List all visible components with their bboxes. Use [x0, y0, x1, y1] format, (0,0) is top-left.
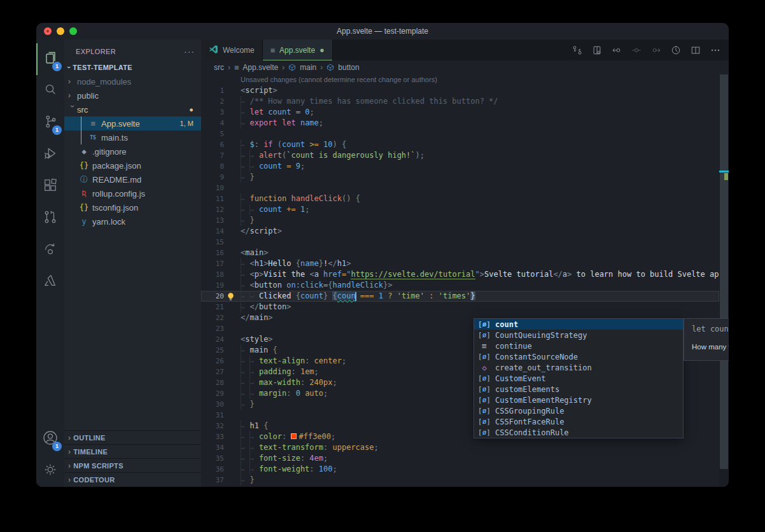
tree-item-main.ts[interactable]: TSmain.ts [64, 130, 201, 144]
tree-item-package.json[interactable]: {}package.json [64, 158, 201, 172]
next-change-icon[interactable] [649, 43, 663, 57]
code-line-13[interactable]: 13} [201, 215, 719, 226]
overview-modified-mark [724, 173, 728, 180]
suggestion-create_out_transition[interactable]: ◇create_out_transition [474, 362, 683, 373]
breadcrumb-item[interactable]: button [338, 63, 359, 72]
tree-item-node_modules[interactable]: ›node_modules [64, 74, 201, 88]
code-line-15[interactable]: 15 [201, 237, 719, 248]
suggestion-CustomEvent[interactable]: [ø]CustomEvent [474, 373, 683, 384]
breadcrumb-item[interactable]: src [214, 63, 224, 72]
gitlens-graph-icon[interactable] [570, 43, 584, 57]
tree-item-rollup.config.js[interactable]: Ʀrollup.config.js [64, 186, 201, 200]
current-change-icon[interactable] [629, 43, 643, 57]
code-line-18[interactable]: 18<p>Visit the <a href="https://svelte.d… [201, 269, 719, 280]
section-codetour[interactable]: ›CODETOUR [64, 472, 201, 486]
tree-item-yarn.lock[interactable]: yyarn.lock [64, 214, 201, 228]
line-number: 37 [201, 475, 224, 486]
activity-item-accounts[interactable]: 1 [36, 423, 64, 455]
code-line-37[interactable]: 37} [201, 475, 719, 486]
breadcrumb-item[interactable]: App.svelte [242, 63, 278, 72]
code-line-3[interactable]: 3let count = 0; [201, 107, 719, 118]
tab-label: Welcome [223, 46, 255, 55]
tree-item-README.md[interactable]: ⓘREADME.md [64, 172, 201, 186]
code-line-17[interactable]: 17<h1>Hello {name}!</h1> [201, 258, 719, 269]
split-editor-icon[interactable] [689, 43, 703, 57]
code-line-14[interactable]: 14</script> [201, 226, 719, 237]
tree-root-folder[interactable]: › TEST-TEMPLATE [64, 60, 201, 74]
tree-item-tsconfig.json[interactable]: {}tsconfig.json [64, 200, 201, 214]
line-number: 21 [201, 302, 224, 312]
json-icon: {} [78, 203, 90, 212]
code-line-7[interactable]: 7alert(`count is dangerously high!`); [201, 150, 719, 161]
code-line-2[interactable]: 2/** How many times has someone clicked … [201, 96, 719, 107]
more-actions-icon[interactable]: ··· [184, 46, 195, 57]
suggestion-ConstantSourceNode[interactable]: [ø]ConstantSourceNode [474, 351, 683, 362]
code-line-9[interactable]: 9} [201, 172, 719, 183]
code-line-10[interactable]: 10 [201, 183, 719, 193]
section-npm-scripts[interactable]: ›NPM SCRIPTS [64, 458, 201, 472]
suggestion-customElements[interactable]: [ø]customElements [474, 384, 683, 395]
activity-item-github-pull-requests[interactable] [36, 202, 64, 234]
more-actions-icon[interactable] [708, 43, 722, 57]
tree-item-.gitignore[interactable]: ◆.gitignore [64, 144, 201, 158]
suggestion-count[interactable]: [ø]count [474, 319, 683, 330]
code-line-36[interactable]: 36font-weight: 100; [201, 464, 719, 475]
code-line-21[interactable]: 21</button> [201, 302, 719, 312]
tab-welcome[interactable]: Welcome [201, 39, 263, 60]
line-number: 15 [201, 237, 224, 248]
git-icon: ◆ [78, 147, 90, 156]
section-label: TIMELINE [73, 448, 108, 456]
suggestion-label: CSSFontFaceRule [495, 417, 564, 426]
breadcrumb-item[interactable]: main [300, 63, 316, 72]
code-line-16[interactable]: 16<main> [201, 248, 719, 258]
open-changes-icon[interactable] [590, 43, 604, 57]
suggestion-continue[interactable]: ≡continue [474, 340, 683, 351]
line-content: <p>Visit the <a href="https://svelte.dev… [241, 269, 719, 280]
code-line-5[interactable]: 5 [201, 129, 719, 139]
section-label: OUTLINE [73, 434, 105, 442]
section-outline[interactable]: ›OUTLINE [64, 430, 201, 444]
suggestion-CSSConditionRule[interactable]: [ø]CSSConditionRule [474, 427, 683, 438]
activity-item-search[interactable] [36, 75, 64, 107]
suggestion-CustomElementRegistry[interactable]: [ø]CustomElementRegistry [474, 395, 683, 405]
tree-item-src[interactable]: ›src● [64, 102, 201, 116]
tab-app-svelte[interactable]: ≡App.svelte● [263, 39, 333, 60]
symbol-module-icon: ◇ [477, 363, 492, 372]
title-bar[interactable]: App.svelte — test-template [36, 23, 729, 39]
code-line-20[interactable]: 20Clicked {count} {coun === 1 ? 'time' :… [201, 291, 719, 302]
activity-item-explorer[interactable]: 1 [36, 43, 64, 75]
code-line-19[interactable]: 19<button on:click={handleClick}> [201, 280, 719, 291]
tree-item-public[interactable]: ›public [64, 88, 201, 102]
suggestion-CSSFontFaceRule[interactable]: [ø]CSSFontFaceRule [474, 416, 683, 427]
activity-item-run-and-debug[interactable] [36, 139, 64, 171]
activity-item-extensions[interactable] [36, 171, 64, 202]
code-line-6[interactable]: 6$: if (count >= 10) { [201, 139, 719, 150]
suggestion-CountQueuingStrategy[interactable]: [ø]CountQueuingStrategy [474, 330, 683, 340]
activity-item-source-control[interactable]: 1 [36, 107, 64, 139]
code-line-35[interactable]: 35font-size: 4em; [201, 453, 719, 464]
previous-change-icon[interactable] [610, 43, 624, 57]
code-line-4[interactable]: 4export let name; [201, 118, 719, 129]
file-history-icon[interactable] [669, 43, 683, 57]
code-line-12[interactable]: 12count += 1; [201, 204, 719, 215]
activity-item-settings[interactable] [36, 455, 64, 487]
editor-scrollbar[interactable] [719, 74, 729, 487]
line-number: 16 [201, 248, 224, 258]
line-content: } [241, 215, 255, 226]
suggestion-label: CountQueuingStrategy [495, 331, 587, 340]
tree-item-App.svelte[interactable]: ≡App.svelte1, M [64, 116, 201, 130]
sidebar-header: EXPLORER ··· [76, 45, 195, 59]
line-number: 36 [201, 464, 224, 475]
line-content: font-weight: 100; [241, 464, 337, 475]
suggestion-CSSGroupingRule[interactable]: [ø]CSSGroupingRule [474, 405, 683, 416]
scrollbar-thumb[interactable] [720, 74, 728, 469]
code-line-34[interactable]: 34text-transform: uppercase; [201, 442, 719, 453]
activity-item-live-share[interactable] [36, 234, 64, 266]
code-line-11[interactable]: 11function handleClick() { [201, 193, 719, 204]
line-content: h1 { [241, 421, 268, 431]
code-line-8[interactable]: 8count = 9; [201, 161, 719, 172]
activity-item-azure[interactable] [36, 266, 64, 298]
code-line-1[interactable]: 1<script> [201, 85, 719, 96]
section-timeline[interactable]: ›TIMELINE [64, 444, 201, 458]
json-icon: {} [78, 161, 90, 170]
